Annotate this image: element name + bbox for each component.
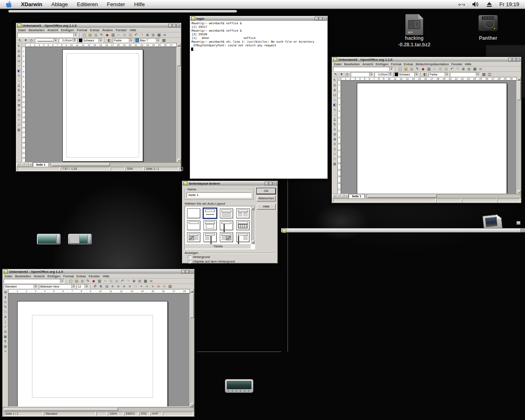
layout-thumb-title-box[interactable] (203, 220, 217, 230)
align-left-icon[interactable]: ≡ (110, 284, 115, 289)
object-shadow-icon[interactable]: ▩ (481, 72, 486, 77)
fill-style-icon[interactable]: ◧ (422, 72, 428, 77)
interaction-tool-icon[interactable]: ◇ (333, 147, 337, 151)
previous-page-button[interactable]: ‹ (21, 162, 25, 167)
new-document-icon[interactable]: ▢ (82, 32, 87, 37)
dialog-titlebar[interactable]: Seitenlayout ändern – □ × (183, 181, 277, 186)
menu-item-bearbeiten[interactable]: Bearbeiten (15, 274, 31, 278)
animation-tool-icon[interactable]: ✧ (333, 152, 337, 156)
draw-canvas[interactable] (25, 47, 177, 162)
animation-tool-icon[interactable]: ✧ (17, 118, 21, 122)
menu-item-einfügen[interactable]: Einfügen (61, 28, 74, 32)
autotext-icon[interactable]: A (3, 315, 8, 319)
fill-color-combobox[interactable]: Blau 7▼ (134, 38, 160, 43)
select-icon[interactable]: ↖ (17, 44, 21, 48)
writer-status-selection-mode[interactable]: STD (139, 412, 150, 416)
scroll-up-icon[interactable]: ▲ (177, 43, 181, 47)
rotate-tool-icon[interactable]: ↻ (17, 88, 21, 93)
menu-item-hilfe[interactable]: Hilfe (465, 62, 471, 66)
cut-icon[interactable]: ✂ (116, 32, 121, 37)
writer-text-area[interactable] (32, 315, 153, 398)
background-color-icon[interactable]: ▧ (167, 284, 173, 289)
save-document-icon[interactable]: ▣ (80, 278, 85, 283)
minimize-button[interactable]: – (508, 58, 512, 62)
insert-object-tool-icon[interactable]: ⊞ (17, 103, 21, 107)
cut-icon[interactable]: ✂ (432, 66, 437, 71)
find-replace-icon[interactable]: ◎ (3, 329, 8, 334)
layout-thumb-blank[interactable] (187, 208, 200, 218)
undo-icon[interactable]: ↶ (449, 66, 454, 71)
nonprinting-characters-icon[interactable]: ¶ (3, 339, 8, 344)
apple-menu-icon[interactable] (6, 1, 12, 8)
new-document-icon[interactable]: ▢ (397, 66, 403, 71)
lines-arrows-tool-icon[interactable]: → (17, 78, 21, 83)
curve-tool-icon[interactable]: ∿ (333, 107, 337, 112)
line-color-combobox[interactable]: Schwarz▼ (78, 38, 103, 43)
draw-page-tab[interactable]: Seite 1 (33, 162, 49, 167)
menu-item-format[interactable]: Format (63, 274, 73, 278)
insert-graphics-icon[interactable]: ▨ (3, 344, 8, 349)
insert-object-tool-icon[interactable]: ⊞ (333, 137, 337, 142)
minimized-widget-1[interactable] (37, 234, 61, 244)
ellipse-tool-icon[interactable]: ○ (333, 98, 337, 102)
shaded-window-bar-top[interactable] (8, 10, 237, 13)
edit-file-icon[interactable]: ✎ (85, 278, 91, 283)
form-controls-tool-icon[interactable]: □ (333, 157, 337, 161)
scroll-up-icon[interactable]: ▲ (190, 289, 194, 293)
connector-tool-icon[interactable]: ∠ (333, 117, 337, 122)
text-tool-icon[interactable]: A (333, 88, 337, 92)
decrease-indent-icon[interactable]: « (144, 284, 150, 289)
menu-item-fenster[interactable]: Fenster (451, 62, 462, 66)
next-page-button[interactable]: › (25, 162, 29, 167)
minimized-widget-3[interactable] (225, 379, 253, 393)
select-icon[interactable]: ↖ (333, 78, 337, 82)
maximize-button[interactable]: □ (172, 24, 176, 27)
paste-icon[interactable]: ▨ (128, 32, 133, 37)
form-controls-tool-icon[interactable]: □ (17, 123, 21, 127)
cut-icon[interactable]: ✂ (103, 278, 108, 283)
layout-thumb-title-table[interactable] (236, 220, 249, 230)
menu-item-datei[interactable]: Datei (334, 62, 342, 66)
menu-fenster[interactable]: Fenster (107, 1, 125, 7)
last-page-button[interactable]: » (345, 194, 349, 198)
layout-thumb-title-bullets[interactable] (220, 208, 233, 218)
glue-points-icon[interactable]: ◇ (345, 72, 350, 77)
first-page-button[interactable]: « (16, 162, 21, 167)
draw-horizontal-scrollbar[interactable] (50, 162, 181, 167)
menu-item-datei[interactable]: Datei (18, 28, 26, 32)
close-button[interactable]: × (176, 24, 180, 27)
menu-item-format[interactable]: Format (391, 62, 401, 66)
menu-item-fenster[interactable]: Fenster (89, 274, 100, 278)
minimized-widget-2[interactable] (68, 234, 92, 244)
scroll-up-icon[interactable]: ▲ (517, 77, 521, 81)
form-controls-icon[interactable]: □ (3, 310, 8, 314)
hyperlink-dialog-icon[interactable]: ∞ (148, 278, 154, 283)
menu-item-einfügen[interactable]: Einfügen (376, 62, 389, 66)
menu-item-bildschirmpräsentation[interactable]: Bildschirmpräsentation (415, 62, 449, 66)
draw-functions-icon[interactable]: ✎ (3, 305, 8, 309)
minimize-button[interactable]: – (181, 270, 185, 274)
archive-label-line1[interactable]: hacking (405, 35, 423, 41)
gallery-icon[interactable]: ▦ (472, 66, 477, 71)
paste-icon[interactable]: ▨ (114, 278, 119, 283)
layout-thumb-title-content[interactable] (203, 208, 217, 218)
align-right-icon[interactable]: ≡ (121, 284, 127, 289)
rectangle-tool-icon[interactable]: ▭ (17, 59, 21, 63)
menu-editieren[interactable]: Editieren (77, 1, 98, 7)
print-file-icon[interactable]: ▥ (97, 278, 102, 283)
first-page-button[interactable]: « (332, 194, 336, 198)
font-color-icon[interactable]: A (156, 284, 161, 289)
menu-item-extras[interactable]: Extras (90, 28, 100, 32)
menu-xdarwin[interactable]: XDarwin (21, 1, 42, 7)
menu-ablage[interactable]: Ablage (51, 1, 68, 7)
lines-arrows-tool-icon[interactable]: → (333, 112, 337, 117)
select-arrow-icon[interactable]: ↖ (333, 72, 338, 77)
menu-item-bearbeiten[interactable]: Bearbeiten (29, 28, 45, 32)
fill-color-combobox[interactable]: ▼ (450, 72, 480, 77)
open-document-icon[interactable]: ▤ (403, 66, 409, 71)
line-style-combobox[interactable]: ▼ (351, 72, 374, 77)
online-layout-icon[interactable]: ≈ (3, 349, 8, 354)
ellipse-tool-icon[interactable]: ○ (17, 64, 21, 68)
bold-icon[interactable]: F (93, 284, 98, 289)
alignment-tool-icon[interactable]: ≡ (333, 127, 337, 132)
